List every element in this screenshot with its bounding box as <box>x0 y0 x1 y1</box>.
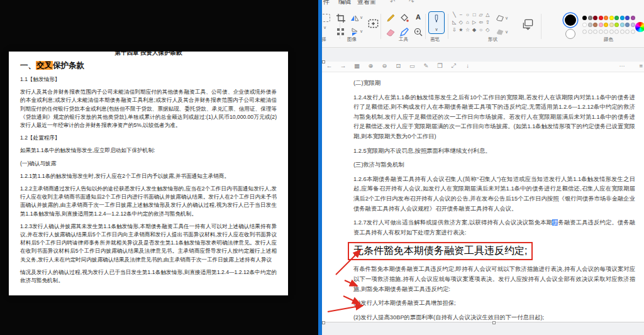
layers-icon[interactable] <box>522 18 534 30</box>
chapter-header: 第十四章 投资人保护条款 <box>20 52 277 57</box>
palette-empty-slot[interactable] <box>599 30 603 34</box>
menu-file[interactable]: 件 <box>323 0 330 6</box>
shapes-section-label: 形状 <box>488 36 497 43</box>
paragraph: (一)确认与披露 <box>20 160 277 168</box>
color2-well[interactable] <box>565 29 575 39</box>
palette-color[interactable] <box>593 16 597 20</box>
palette-color[interactable] <box>620 16 625 20</box>
flip-vertical-icon[interactable] <box>350 27 360 37</box>
color-picker-icon[interactable] <box>399 27 409 37</box>
menu-view[interactable]: 查看 <box>357 0 370 6</box>
shape-icon[interactable]: ⇩ <box>451 26 458 34</box>
brushes-button[interactable]: ∨ <box>428 11 445 34</box>
pencil-tool-icon[interactable] <box>386 13 396 23</box>
palette-color[interactable] <box>614 23 619 27</box>
palette-color[interactable] <box>625 23 630 27</box>
resize-icon[interactable] <box>336 27 346 37</box>
chevron-down-icon[interactable]: ∨ <box>505 16 508 21</box>
chevron-down-icon[interactable]: ∨ <box>360 29 363 34</box>
redo-icon[interactable]: ↷ <box>409 0 414 5</box>
colors-section-label: 颜色 <box>604 36 613 43</box>
red-annotation-box: 无条件豁免本期债务融资工具违反约定; <box>348 242 533 260</box>
viewer-toolbar-icon: → <box>340 62 347 70</box>
shape-icon[interactable]: △ <box>484 11 491 19</box>
shape-icon[interactable]: ▷ <box>471 19 478 26</box>
shape-icon[interactable]: ╲ <box>451 11 458 19</box>
shape-icon[interactable]: ◆ <box>471 26 478 34</box>
shape-icon[interactable]: □ <box>471 11 478 19</box>
palette-color[interactable] <box>614 16 619 20</box>
paragraph: 1.1【触发情形】 <box>20 75 277 84</box>
shape-icon[interactable]: ☆ <box>464 26 471 34</box>
palette-empty-slot[interactable] <box>588 30 592 34</box>
viewer-toolbar-icon: ↓ <box>464 62 471 70</box>
select-tool-icon[interactable] <box>322 14 330 22</box>
palette-color[interactable] <box>631 23 635 27</box>
viewer-toolbar-icon: ⊡ <box>395 62 402 70</box>
palette-color[interactable] <box>625 16 630 20</box>
shape-icon[interactable]: ⇧ <box>484 19 491 26</box>
palette-empty-slot[interactable] <box>614 30 619 34</box>
palette-empty-slot[interactable] <box>609 30 614 34</box>
paragraph: 如果第1.1条中的触发情形发生,应立即启动如下保护机制: <box>20 146 277 155</box>
palette-color[interactable] <box>604 16 608 20</box>
canvas-handle-bottom-left[interactable] <box>322 321 325 324</box>
fill-tool-icon[interactable] <box>399 13 409 23</box>
shape-icon[interactable]: ▱ <box>477 11 484 19</box>
eraser-tool-icon[interactable] <box>386 27 396 37</box>
palette-color[interactable] <box>593 23 597 27</box>
paragraph: 有条件豁免本期债务融资工具违反约定,即持有人会议可就以下救济措施进行表决,持有人… <box>353 265 635 294</box>
palette-color[interactable] <box>588 16 592 20</box>
canvas-handle-top-left[interactable] <box>322 60 325 63</box>
shape-outline-icon[interactable] <box>496 14 504 23</box>
palette-color[interactable] <box>582 23 587 27</box>
flip-horizontal-icon[interactable] <box>350 13 360 23</box>
palette-empty-slot[interactable] <box>620 30 625 34</box>
shape-icon[interactable]: ○ <box>464 11 471 19</box>
palette-color[interactable] <box>582 16 587 20</box>
magnifier-tool-icon[interactable] <box>413 27 423 37</box>
palette-color[interactable] <box>588 23 592 27</box>
shape-icon[interactable]: ○ <box>477 26 484 34</box>
shape-icon[interactable]: ★ <box>458 26 465 34</box>
shape-icon[interactable]: ◇ <box>458 19 465 26</box>
shape-icon[interactable]: ◇ <box>484 26 491 34</box>
canvas-handle-bottom-middle[interactable] <box>492 321 496 324</box>
palette-row-1 <box>582 16 635 20</box>
section-divider <box>448 14 448 39</box>
palette-empty-slot[interactable] <box>593 30 597 34</box>
paint-workspace: ←→▦⊕⊖⊡▭✎❐⤢↓ ⋯ ≡ (二)宽限期 1.2.4发行人在第1.1条的触发… <box>322 48 644 335</box>
palette-color[interactable] <box>631 16 635 20</box>
paint-canvas[interactable]: ←→▦⊕⊖⊡▭✎❐⤢↓ ⋯ ≡ (二)宽限期 1.2.4发行人在第1.1条的触发… <box>322 62 644 322</box>
paragraph: 1.2.5宽限期内不设罚息,按照票面利率继续支付利息。 <box>353 146 635 157</box>
shape-icon[interactable]: ⇦ <box>477 19 484 26</box>
section-heading: 一、交叉保护条款 <box>20 60 277 71</box>
text-tool-icon[interactable]: A <box>413 13 423 21</box>
palette-color[interactable] <box>609 16 614 20</box>
color1-well[interactable] <box>565 14 576 26</box>
edit-colors-icon[interactable] <box>635 22 644 32</box>
palette-color[interactable] <box>609 23 614 27</box>
shape-icon[interactable]: ◺ <box>451 19 458 26</box>
palette-empty-slot[interactable] <box>625 30 630 34</box>
shape-icon[interactable]: ~ <box>458 11 465 19</box>
palette-color[interactable] <box>599 16 603 20</box>
paragraph: 1.2.4发行人在第1.1条的触发情形发生之后有10个工作日的宽限期,若发行人在… <box>353 93 635 142</box>
palette-color[interactable] <box>620 23 625 27</box>
chevron-down-icon[interactable]: ∨ <box>505 30 508 35</box>
crop-icon[interactable] <box>336 13 346 23</box>
undo-icon[interactable]: ↶ <box>390 0 395 5</box>
palette-color[interactable] <box>604 23 608 27</box>
chevron-down-icon[interactable]: ∨ <box>360 15 363 20</box>
chevron-down-icon[interactable]: ∨ <box>429 27 444 32</box>
palette-color[interactable] <box>599 23 603 27</box>
palette-empty-slot[interactable] <box>582 30 587 34</box>
canvas-resize-icon[interactable] <box>367 18 379 30</box>
palette-empty-slot[interactable] <box>631 30 635 34</box>
save-icon[interactable]: ▣ <box>370 0 375 5</box>
palette-empty-slot[interactable] <box>604 30 608 34</box>
shape-fill-icon[interactable] <box>496 28 504 36</box>
chevron-down-icon[interactable]: ∨ <box>323 25 326 30</box>
shape-icon[interactable]: ⌂ <box>464 19 471 26</box>
menu-edit[interactable]: 编辑 <box>338 0 351 6</box>
